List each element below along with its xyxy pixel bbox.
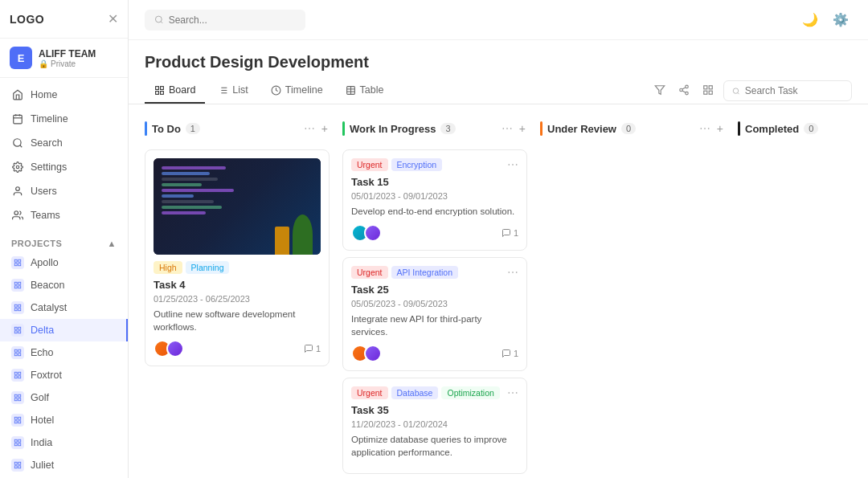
tab-board-label: Board	[169, 84, 195, 96]
svg-rect-40	[14, 421, 17, 423]
column-count-completed: 0	[804, 123, 818, 134]
code-lines	[162, 166, 234, 214]
card-comments-task4: 1	[304, 344, 321, 353]
card-date-task25: 05/05/2023 - 09/05/2023	[351, 299, 518, 308]
tag-encryption: Encryption	[391, 158, 443, 171]
column-add-wip[interactable]: +	[518, 121, 527, 137]
project-label-india: India	[31, 437, 52, 448]
card-date-task4: 01/25/2023 - 06/25/2023	[154, 294, 321, 304]
projects-label: Projects	[11, 239, 62, 248]
chevron-up-icon[interactable]: ▲	[108, 239, 117, 248]
sidebar-item-delta[interactable]: Delta	[0, 319, 128, 341]
column-title-todo: To Do	[152, 123, 181, 135]
nav-item-teams[interactable]: Teams	[0, 203, 128, 227]
svg-rect-53	[161, 91, 164, 94]
card-image-task4	[154, 158, 321, 255]
svg-rect-15	[18, 286, 21, 288]
nav-item-home[interactable]: Home	[0, 83, 128, 107]
project-label-golf: Golf	[31, 392, 49, 403]
tab-timeline[interactable]: Timeline	[261, 78, 333, 104]
column-menu-todo[interactable]: ⋯	[302, 121, 317, 137]
teams-icon	[11, 209, 24, 222]
nav-item-users[interactable]: Users	[0, 179, 128, 203]
sidebar-item-apollo[interactable]: Apollo	[0, 251, 128, 274]
card-title-task4: Task 4	[154, 279, 321, 291]
svg-rect-22	[18, 327, 21, 329]
card-task15[interactable]: Urgent Encryption ⋯ Task 15 05/01/2023 -…	[342, 149, 527, 251]
close-icon[interactable]: ✕	[108, 11, 118, 27]
card-task4[interactable]: High Planning Task 4 01/25/2023 - 06/25/…	[145, 149, 330, 366]
sidebar-item-echo[interactable]: Echo	[0, 341, 128, 364]
column-add-review[interactable]: +	[715, 121, 725, 137]
column-menu-review[interactable]: ⋯	[698, 121, 712, 137]
svg-line-77	[738, 92, 739, 94]
tab-list[interactable]: List	[208, 78, 257, 104]
gear-icon[interactable]: ⚙️	[829, 9, 852, 31]
svg-rect-19	[18, 308, 21, 311]
svg-point-7	[16, 187, 20, 191]
nav-label-users: Users	[31, 186, 57, 197]
svg-point-49	[155, 16, 162, 22]
users-icon	[11, 185, 24, 198]
column-count-wip: 3	[440, 123, 455, 134]
svg-point-6	[16, 165, 19, 169]
svg-marker-66	[655, 85, 665, 94]
project-icon	[11, 369, 24, 382]
nav-label-settings: Settings	[31, 161, 67, 173]
card-menu-task15[interactable]: ⋯	[507, 158, 518, 171]
moon-icon[interactable]: 🌙	[799, 9, 821, 31]
board-search-input[interactable]	[745, 85, 843, 96]
column-header-review: Under Review 0 ⋯ +	[540, 117, 725, 140]
sidebar-item-beacon[interactable]: Beacon	[0, 274, 128, 296]
search-input[interactable]	[169, 14, 296, 26]
column-header-completed: Completed 0 ⋯ +	[738, 117, 868, 140]
project-icon	[11, 346, 24, 359]
sidebar-item-catalyst[interactable]: Catalyst	[0, 296, 128, 319]
tab-table[interactable]: Table	[336, 78, 394, 104]
card-menu-task25[interactable]: ⋯	[507, 266, 518, 279]
workspace-avatar: E	[10, 47, 32, 69]
column-add-todo[interactable]: +	[320, 121, 330, 137]
nav-item-timeline[interactable]: Timeline	[0, 107, 128, 131]
sidebar-item-india[interactable]: India	[0, 431, 128, 454]
topbar: 🌙 ⚙️	[129, 0, 868, 40]
svg-rect-13	[14, 282, 17, 284]
workspace-section[interactable]: E ALIFF TEAM 🔒 Private	[0, 39, 128, 78]
svg-rect-48	[14, 466, 17, 468]
svg-line-50	[161, 22, 162, 23]
home-icon	[11, 88, 24, 101]
page-title: Product Design Development	[145, 53, 852, 71]
svg-rect-10	[18, 259, 21, 262]
project-label-juliet: Juliet	[31, 460, 54, 471]
sidebar-item-foxtrot[interactable]: Foxtrot	[0, 364, 128, 386]
tab-board[interactable]: Board	[145, 78, 205, 104]
svg-rect-43	[18, 443, 21, 446]
column-header-wip: Work In Progress 3 ⋯ +	[342, 117, 527, 140]
svg-rect-54	[156, 91, 159, 94]
nav-label-teams: Teams	[31, 210, 60, 221]
nav-label-search: Search	[31, 137, 63, 149]
svg-rect-32	[14, 376, 17, 378]
svg-rect-23	[18, 331, 21, 333]
svg-rect-24	[14, 331, 17, 333]
card-task35[interactable]: Urgent Database Optimization ⋯ Task 35 1…	[342, 378, 527, 474]
filter-icon[interactable]	[651, 81, 669, 101]
global-search[interactable]	[145, 10, 305, 31]
share-icon[interactable]	[675, 81, 693, 101]
svg-rect-33	[14, 394, 17, 397]
column-menu-wip[interactable]: ⋯	[500, 121, 514, 137]
sidebar-item-hotel[interactable]: Hotel	[0, 409, 128, 431]
avatar	[166, 340, 184, 357]
project-icon	[11, 301, 24, 314]
tag-api: API Integration	[391, 266, 458, 279]
sidebar-item-golf[interactable]: Golf	[0, 386, 128, 409]
nav-item-settings[interactable]: Settings	[0, 155, 128, 179]
card-menu-task35[interactable]: ⋯	[507, 386, 518, 399]
projects-header: Projects ▲	[0, 232, 128, 251]
svg-point-76	[733, 88, 739, 93]
nav-item-search[interactable]: Search	[0, 131, 128, 155]
board-search[interactable]	[723, 80, 852, 101]
sidebar-item-juliet[interactable]: Juliet	[0, 454, 128, 476]
card-task25[interactable]: Urgent API Integration ⋯ Task 25 05/05/2…	[342, 257, 527, 371]
grid-icon[interactable]	[699, 81, 717, 101]
